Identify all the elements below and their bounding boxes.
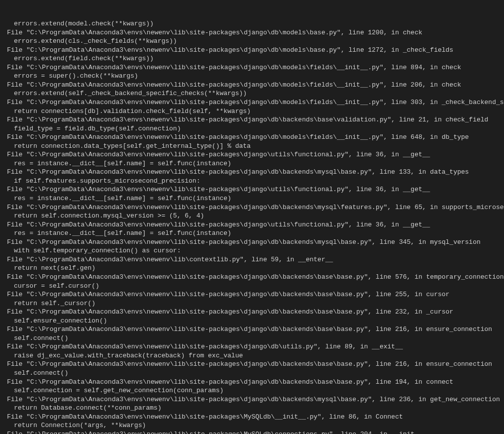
traceback-code-line: return connections[db].validation.check_… <box>0 107 504 116</box>
traceback-code-line: return connection.data_types[self.get_in… <box>0 142 504 151</box>
traceback-file-line: File "C:\ProgramData\Anaconda3\envs\newe… <box>0 308 504 317</box>
traceback-file-line: File "C:\ProgramData\Anaconda3\envs\newe… <box>0 378 504 387</box>
traceback-file-line: File "C:\ProgramData\Anaconda3\envs\newe… <box>0 81 504 90</box>
traceback-file-line: File "C:\ProgramData\Anaconda3\envs\newe… <box>0 413 504 422</box>
traceback-code-line: res = instance.__dict__[self.name] = sel… <box>0 194 504 203</box>
traceback-file-line: File "C:\ProgramData\Anaconda3\envs\newe… <box>0 28 504 37</box>
traceback-file-line: File "C:\ProgramData\Anaconda3\envs\newe… <box>0 395 504 404</box>
traceback-code-line: errors.extend(cls._check_fields(**kwargs… <box>0 37 504 46</box>
traceback-file-line: File "C:\ProgramData\Anaconda3\envs\newe… <box>0 150 504 159</box>
traceback-code-line: errors.extend(model.check(**kwargs)) <box>0 19 504 28</box>
traceback-code-line: return Database.connect(**conn_params) <box>0 404 504 413</box>
traceback-file-line: File "C:\ProgramData\Anaconda3\envs\newe… <box>0 430 504 434</box>
traceback-code-line: return self.connection.mysql_version >= … <box>0 212 504 220</box>
traceback-file-line: File "C:\ProgramData\Anaconda3\envs\newe… <box>0 168 504 177</box>
terminal-output[interactable]: errors.extend(model.check(**kwargs))File… <box>0 2 504 434</box>
traceback-code-line: self.connect() <box>0 369 504 378</box>
traceback-file-line: File "C:\ProgramData\Anaconda3\envs\newe… <box>0 98 504 107</box>
traceback-code-line: errors.extend(self._check_backend_specif… <box>0 89 504 98</box>
traceback-code-line: res = instance.__dict__[self.name] = sel… <box>0 159 504 168</box>
traceback-file-line: File "C:\ProgramData\Anaconda3\envs\newe… <box>0 63 504 72</box>
traceback-code-line: field_type = field.db_type(self.connecti… <box>0 124 504 133</box>
traceback-code-line: errors.extend(field.check(**kwargs)) <box>0 54 504 63</box>
traceback-code-line: return self._cursor() <box>0 299 504 308</box>
traceback-code-line: errors = super().check(**kwargs) <box>0 72 504 81</box>
traceback-code-line: with self.temporary_connection() as curs… <box>0 246 504 255</box>
traceback-code-line: if self.features.supports_microsecond_pr… <box>0 177 504 186</box>
traceback-code-line: cursor = self.cursor() <box>0 282 504 291</box>
traceback-code-line: return Connection(*args, **kwargs) <box>0 421 504 430</box>
traceback-code-line: self.connect() <box>0 334 504 343</box>
traceback-file-line: File "C:\ProgramData\Anaconda3\envs\newe… <box>0 203 504 212</box>
traceback-file-line: File "C:\ProgramData\Anaconda3\envs\newe… <box>0 290 504 299</box>
traceback-file-line: File "C:\ProgramData\Anaconda3\envs\newe… <box>0 360 504 369</box>
traceback-file-line: File "C:\ProgramData\Anaconda3\envs\newe… <box>0 115 504 124</box>
traceback-code-line: raise dj_exc_value.with_traceback(traceb… <box>0 351 504 360</box>
traceback-file-line: File "C:\ProgramData\Anaconda3\envs\newe… <box>0 133 504 142</box>
traceback-file-line: File "C:\ProgramData\Anaconda3\envs\newe… <box>0 220 504 229</box>
traceback-file-line: File "C:\ProgramData\Anaconda3\envs\newe… <box>0 255 504 264</box>
traceback-code-line: self.connection = self.get_new_connectio… <box>0 386 504 395</box>
traceback-file-line: File "C:\ProgramData\Anaconda3\envs\newe… <box>0 238 504 247</box>
traceback-file-line: File "C:\ProgramData\Anaconda3\envs\newe… <box>0 325 504 334</box>
traceback-file-line: File "C:\ProgramData\Anaconda3\envs\newe… <box>0 273 504 282</box>
traceback-file-line: File "C:\ProgramData\Anaconda3\envs\newe… <box>0 342 504 351</box>
traceback-code-line: return next(self.gen) <box>0 264 504 273</box>
traceback-code-line: res = instance.__dict__[self.name] = sel… <box>0 229 504 238</box>
traceback-code-line: self.ensure_connection() <box>0 317 504 326</box>
traceback-file-line: File "C:\ProgramData\Anaconda3\envs\newe… <box>0 46 504 55</box>
traceback-file-line: File "C:\ProgramData\Anaconda3\envs\newe… <box>0 185 504 194</box>
